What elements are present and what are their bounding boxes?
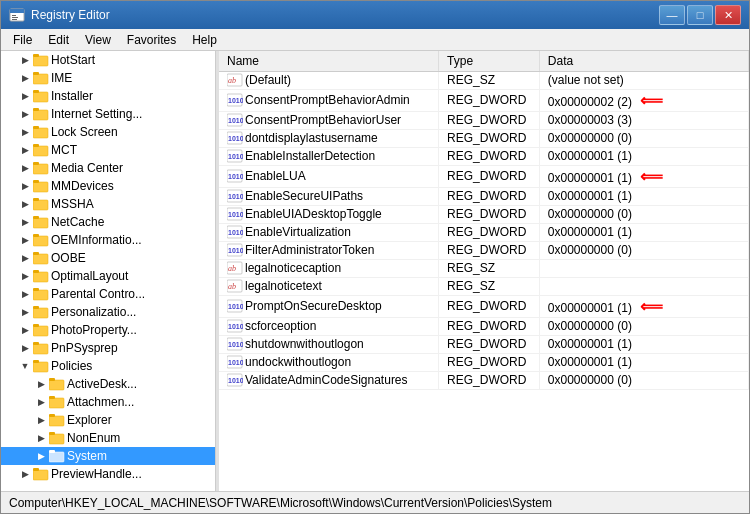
tree-item[interactable]: ▶ OOBE — [1, 249, 215, 267]
tree-item[interactable]: ▶ Parental Contro... — [1, 285, 215, 303]
expand-icon[interactable]: ▶ — [33, 430, 49, 446]
tree-item[interactable]: ▶ Attachmen... — [1, 393, 215, 411]
tree-item[interactable]: ▶ PreviewHandle... — [1, 465, 215, 483]
cell-type: REG_SZ — [439, 277, 540, 295]
cell-data: 0x00000001 (1) — [539, 147, 748, 165]
expand-icon[interactable]: ▶ — [17, 106, 33, 122]
expand-icon[interactable]: ▶ — [17, 340, 33, 356]
table-row[interactable]: ab legalnoticecaptionREG_SZ — [219, 259, 749, 277]
table-row[interactable]: 1010 EnableInstallerDetectionREG_DWORD0x… — [219, 147, 749, 165]
tree-panel[interactable]: ▶ HotStart▶ IME▶ Installer▶ Internet Set… — [1, 51, 216, 491]
table-row[interactable]: 1010 FilterAdministratorTokenREG_DWORD0x… — [219, 241, 749, 259]
col-name[interactable]: Name — [219, 51, 439, 71]
table-row[interactable]: ab legalnoticetextREG_SZ — [219, 277, 749, 295]
expand-icon[interactable]: ▶ — [17, 88, 33, 104]
tree-item[interactable]: ▶ NetCache — [1, 213, 215, 231]
expand-icon[interactable]: ▶ — [17, 70, 33, 86]
svg-rect-42 — [49, 378, 55, 381]
menu-help[interactable]: Help — [184, 31, 225, 49]
tree-label: Internet Setting... — [51, 107, 142, 121]
cell-name-text: FilterAdministratorToken — [245, 243, 374, 257]
expand-icon[interactable]: ▶ — [17, 232, 33, 248]
tree-item[interactable]: ▶ OptimalLayout — [1, 267, 215, 285]
table-row[interactable]: 1010 EnableVirtualizationREG_DWORD0x0000… — [219, 223, 749, 241]
expand-icon[interactable]: ▶ — [17, 322, 33, 338]
folder-icon — [49, 395, 65, 409]
expand-icon[interactable]: ▶ — [17, 250, 33, 266]
cell-data-value: 0x00000000 (0) — [548, 131, 632, 145]
expand-icon[interactable]: ▶ — [17, 52, 33, 68]
cell-name-text: EnableInstallerDetection — [245, 149, 375, 163]
expand-icon[interactable]: ▶ — [17, 286, 33, 302]
tree-item[interactable]: ▶ Lock Screen — [1, 123, 215, 141]
table-row[interactable]: 1010 EnableSecureUIPathsREG_DWORD0x00000… — [219, 187, 749, 205]
tree-label: PnPSysprep — [51, 341, 118, 355]
minimize-button[interactable]: — — [659, 5, 685, 25]
menu-edit[interactable]: Edit — [40, 31, 77, 49]
expand-icon[interactable]: ▶ — [17, 124, 33, 140]
tree-item[interactable]: ▶ IME — [1, 69, 215, 87]
table-row[interactable]: 1010 ConsentPromptBehaviorUserREG_DWORD0… — [219, 111, 749, 129]
menu-view[interactable]: View — [77, 31, 119, 49]
svg-rect-17 — [33, 164, 48, 174]
tree-item[interactable]: ▶ MCT — [1, 141, 215, 159]
expand-icon[interactable]: ▶ — [17, 214, 33, 230]
expand-icon[interactable]: ▶ — [33, 412, 49, 428]
cell-name: ab legalnoticetext — [219, 277, 439, 295]
table-row[interactable]: 1010 EnableLUAREG_DWORD0x00000001 (1)⟸ — [219, 165, 749, 187]
expand-icon[interactable]: ▶ — [17, 178, 33, 194]
tree-item[interactable]: ▶ HotStart — [1, 51, 215, 69]
cell-data-value: 0x00000001 (1) — [548, 189, 632, 203]
col-type[interactable]: Type — [439, 51, 540, 71]
expand-icon[interactable]: ▶ — [33, 394, 49, 410]
maximize-button[interactable]: □ — [687, 5, 713, 25]
tree-item[interactable]: ▶ Explorer — [1, 411, 215, 429]
tree-item[interactable]: ▼ Policies — [1, 357, 215, 375]
tree-item[interactable]: ▶ System — [1, 447, 215, 465]
expand-icon[interactable]: ▶ — [17, 466, 33, 482]
svg-rect-36 — [33, 324, 39, 327]
table-row[interactable]: 1010 ConsentPromptBehaviorAdminREG_DWORD… — [219, 89, 749, 111]
cell-data: 0x00000000 (0) — [539, 371, 748, 389]
svg-rect-35 — [33, 326, 48, 336]
svg-rect-18 — [33, 162, 39, 165]
tree-item[interactable]: ▶ Installer — [1, 87, 215, 105]
tree-item[interactable]: ▶ MMDevices — [1, 177, 215, 195]
table-row[interactable]: 1010 PromptOnSecureDesktopREG_DWORD0x000… — [219, 295, 749, 317]
col-data[interactable]: Data — [539, 51, 748, 71]
svg-text:1010: 1010 — [228, 117, 243, 124]
tree-item[interactable]: ▶ PnPSysprep — [1, 339, 215, 357]
collapse-icon[interactable]: ▼ — [17, 358, 33, 374]
tree-item[interactable]: ▶ NonEnum — [1, 429, 215, 447]
cell-type: REG_DWORD — [439, 187, 540, 205]
tree-item[interactable]: ▶ OEMInformatio... — [1, 231, 215, 249]
expand-icon[interactable]: ▶ — [17, 304, 33, 320]
expand-icon[interactable]: ▶ — [17, 142, 33, 158]
tree-item[interactable]: ▶ MSSHA — [1, 195, 215, 213]
menu-favorites[interactable]: Favorites — [119, 31, 184, 49]
table-row[interactable]: 1010 ValidateAdminCodeSignaturesREG_DWOR… — [219, 371, 749, 389]
close-button[interactable]: ✕ — [715, 5, 741, 25]
data-panel[interactable]: Name Type Data ab (Default)REG_SZ(value … — [219, 51, 749, 491]
svg-rect-12 — [33, 108, 39, 111]
menu-file[interactable]: File — [5, 31, 40, 49]
tree-item[interactable]: ▶ Personalizatio... — [1, 303, 215, 321]
tree-item[interactable]: ▶ Internet Setting... — [1, 105, 215, 123]
tree-item[interactable]: ▶ Media Center — [1, 159, 215, 177]
expand-icon[interactable]: ▶ — [33, 448, 49, 464]
table-row[interactable]: 1010 dontdisplaylastusernameREG_DWORD0x0… — [219, 129, 749, 147]
table-row[interactable]: 1010 EnableUIADesktopToggleREG_DWORD0x00… — [219, 205, 749, 223]
table-row[interactable]: 1010 undockwithoutlogonREG_DWORD0x000000… — [219, 353, 749, 371]
tree-item[interactable]: ▶ PhotoProperty... — [1, 321, 215, 339]
table-row[interactable]: 1010 shutdownwithoutlogonREG_DWORD0x0000… — [219, 335, 749, 353]
table-row[interactable]: ab (Default)REG_SZ(value not set) — [219, 71, 749, 89]
table-row[interactable]: 1010 scforceoptionREG_DWORD0x00000000 (0… — [219, 317, 749, 335]
expand-icon[interactable]: ▶ — [17, 268, 33, 284]
expand-icon[interactable]: ▶ — [17, 160, 33, 176]
expand-icon[interactable]: ▶ — [33, 376, 49, 392]
tree-item[interactable]: ▶ ActiveDesk... — [1, 375, 215, 393]
cell-name: 1010 scforceoption — [219, 317, 439, 335]
svg-text:1010: 1010 — [228, 303, 243, 310]
expand-icon[interactable]: ▶ — [17, 196, 33, 212]
tree-label: IME — [51, 71, 72, 85]
